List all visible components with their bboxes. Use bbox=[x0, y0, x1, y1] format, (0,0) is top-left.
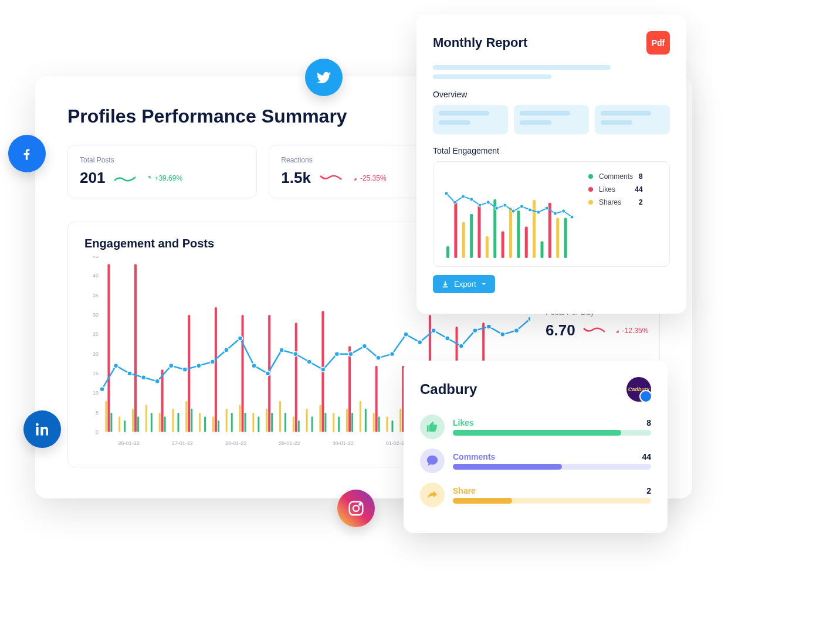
svg-rect-47 bbox=[284, 413, 286, 432]
svg-text:45: 45 bbox=[93, 256, 99, 259]
svg-point-124 bbox=[528, 317, 530, 321]
svg-point-162 bbox=[553, 212, 557, 215]
svg-rect-133 bbox=[446, 246, 449, 258]
svg-rect-13 bbox=[107, 264, 110, 432]
svg-rect-143 bbox=[525, 226, 528, 258]
svg-rect-42 bbox=[258, 416, 259, 432]
svg-rect-51 bbox=[306, 409, 308, 432]
export-label: Export bbox=[454, 280, 476, 288]
stat-posts-per-day: Posts Per Day 6.70 -12.35% bbox=[546, 308, 680, 352]
svg-point-102 bbox=[224, 348, 229, 352]
monthly-report-title: Monthly Report bbox=[433, 35, 527, 50]
total-engagement-legend: Comments8 Likes44 Shares2 bbox=[588, 170, 643, 258]
svg-rect-44 bbox=[266, 409, 267, 432]
svg-rect-65 bbox=[378, 416, 380, 432]
svg-rect-16 bbox=[118, 416, 120, 432]
svg-rect-24 bbox=[159, 413, 161, 432]
svg-rect-57 bbox=[338, 416, 340, 432]
monthly-report-card: Monthly Report Pdf Overview Total Engage… bbox=[416, 15, 686, 314]
svg-point-149 bbox=[445, 192, 448, 195]
metric-label: Comments bbox=[453, 452, 495, 461]
svg-point-94 bbox=[114, 364, 118, 368]
facebook-icon bbox=[8, 135, 46, 172]
cadbury-card: Cadbury Cadbury Likes8 Comments44 Share2 bbox=[404, 361, 668, 533]
overview-card bbox=[514, 105, 589, 134]
svg-rect-28 bbox=[188, 315, 190, 432]
metric-value: 2 bbox=[646, 486, 651, 495]
stat-label: Total Posts bbox=[80, 156, 245, 164]
svg-rect-49 bbox=[293, 416, 294, 432]
svg-point-108 bbox=[307, 359, 311, 364]
svg-point-120 bbox=[473, 328, 477, 333]
stat-value: 201 bbox=[80, 169, 105, 187]
svg-point-111 bbox=[348, 352, 353, 356]
svg-rect-15 bbox=[110, 413, 112, 432]
legend-shares: Shares bbox=[599, 198, 633, 206]
svg-rect-18 bbox=[134, 264, 137, 432]
linkedin-icon bbox=[23, 410, 61, 448]
svg-point-107 bbox=[293, 352, 298, 356]
svg-point-115 bbox=[404, 332, 408, 337]
svg-rect-55 bbox=[324, 413, 326, 432]
svg-rect-140 bbox=[502, 231, 504, 258]
svg-rect-25 bbox=[164, 416, 166, 432]
arrow-down-right-icon bbox=[613, 327, 620, 334]
svg-text:26-01-22: 26-01-22 bbox=[118, 440, 140, 446]
svg-point-2 bbox=[360, 504, 361, 505]
svg-rect-21 bbox=[145, 405, 147, 432]
legend-likes-value: 44 bbox=[635, 185, 642, 193]
svg-rect-29 bbox=[185, 401, 187, 432]
svg-point-154 bbox=[486, 201, 490, 204]
svg-rect-48 bbox=[295, 322, 297, 432]
cadbury-title: Cadbury bbox=[420, 381, 477, 398]
svg-text:28-01-22: 28-01-22 bbox=[225, 440, 246, 446]
svg-point-96 bbox=[141, 375, 146, 380]
svg-point-101 bbox=[210, 359, 215, 364]
arrow-up-right-icon bbox=[145, 175, 152, 182]
svg-point-100 bbox=[197, 364, 201, 368]
svg-rect-41 bbox=[252, 413, 254, 432]
svg-rect-31 bbox=[199, 413, 201, 432]
svg-text:5: 5 bbox=[96, 410, 99, 416]
svg-rect-141 bbox=[509, 208, 512, 258]
svg-point-95 bbox=[127, 371, 132, 376]
svg-point-121 bbox=[486, 324, 491, 329]
svg-rect-144 bbox=[533, 200, 536, 258]
svg-text:10: 10 bbox=[93, 390, 99, 396]
metric-label: Likes bbox=[453, 418, 474, 427]
svg-rect-60 bbox=[351, 413, 353, 432]
metric-label: Share bbox=[453, 486, 476, 495]
metric-bar bbox=[453, 464, 562, 470]
legend-comments-value: 8 bbox=[639, 172, 643, 181]
svg-rect-45 bbox=[271, 413, 273, 432]
svg-rect-20 bbox=[137, 416, 139, 432]
svg-point-93 bbox=[100, 387, 104, 392]
svg-point-106 bbox=[279, 348, 284, 352]
svg-rect-145 bbox=[541, 241, 544, 258]
thumbs-up-icon bbox=[420, 415, 445, 439]
pdf-badge[interactable]: Pdf bbox=[646, 31, 670, 55]
delta-down: -25.35% bbox=[351, 174, 387, 182]
svg-point-151 bbox=[462, 195, 465, 198]
delta-value: +39.69% bbox=[154, 174, 182, 182]
overview-card bbox=[433, 105, 508, 134]
svg-rect-52 bbox=[311, 416, 313, 432]
metric-value: 44 bbox=[642, 452, 651, 461]
svg-rect-148 bbox=[564, 218, 567, 258]
stat-value: 6.70 bbox=[546, 321, 575, 339]
svg-point-160 bbox=[537, 210, 540, 214]
legend-comments: Comments bbox=[599, 172, 633, 181]
svg-point-110 bbox=[334, 352, 339, 356]
svg-rect-33 bbox=[215, 307, 217, 432]
overview-card bbox=[595, 105, 670, 134]
svg-point-155 bbox=[495, 206, 499, 210]
svg-text:25: 25 bbox=[93, 331, 99, 337]
legend-likes: Likes bbox=[599, 185, 629, 193]
svg-rect-63 bbox=[375, 366, 378, 432]
svg-point-119 bbox=[459, 344, 463, 348]
delta-up: +39.69% bbox=[145, 174, 182, 182]
svg-rect-19 bbox=[132, 409, 134, 432]
svg-rect-32 bbox=[204, 416, 206, 432]
export-button[interactable]: Export bbox=[433, 275, 495, 293]
svg-rect-50 bbox=[298, 420, 300, 432]
